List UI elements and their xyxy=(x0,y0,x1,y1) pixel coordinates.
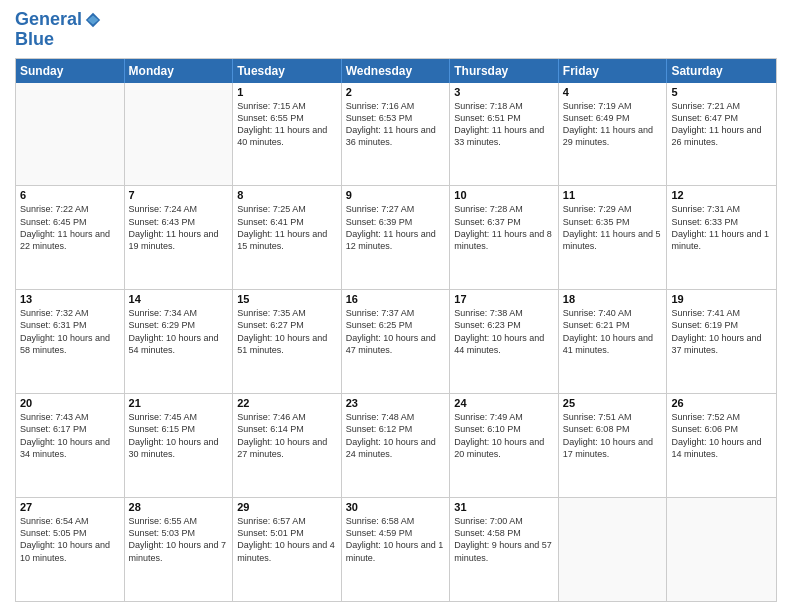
day-number: 23 xyxy=(346,397,446,409)
day-number: 14 xyxy=(129,293,229,305)
cell-info: Sunrise: 7:37 AMSunset: 6:25 PMDaylight:… xyxy=(346,307,446,356)
day-cell-7: 7Sunrise: 7:24 AMSunset: 6:43 PMDaylight… xyxy=(125,186,234,289)
day-number: 1 xyxy=(237,86,337,98)
day-number: 17 xyxy=(454,293,554,305)
day-number: 3 xyxy=(454,86,554,98)
day-cell-8: 8Sunrise: 7:25 AMSunset: 6:41 PMDaylight… xyxy=(233,186,342,289)
day-number: 26 xyxy=(671,397,772,409)
day-number: 19 xyxy=(671,293,772,305)
day-number: 6 xyxy=(20,189,120,201)
day-number: 15 xyxy=(237,293,337,305)
week-row-0: 1Sunrise: 7:15 AMSunset: 6:55 PMDaylight… xyxy=(16,83,776,186)
day-header-tuesday: Tuesday xyxy=(233,59,342,83)
cell-info: Sunrise: 7:35 AMSunset: 6:27 PMDaylight:… xyxy=(237,307,337,356)
calendar: SundayMondayTuesdayWednesdayThursdayFrid… xyxy=(15,58,777,602)
day-number: 9 xyxy=(346,189,446,201)
week-row-2: 13Sunrise: 7:32 AMSunset: 6:31 PMDayligh… xyxy=(16,289,776,393)
day-cell-19: 19Sunrise: 7:41 AMSunset: 6:19 PMDayligh… xyxy=(667,290,776,393)
cell-info: Sunrise: 7:21 AMSunset: 6:47 PMDaylight:… xyxy=(671,100,772,149)
cell-info: Sunrise: 7:00 AMSunset: 4:58 PMDaylight:… xyxy=(454,515,554,564)
day-number: 12 xyxy=(671,189,772,201)
week-row-3: 20Sunrise: 7:43 AMSunset: 6:17 PMDayligh… xyxy=(16,393,776,497)
logo-text: General xyxy=(15,10,82,30)
cell-info: Sunrise: 7:48 AMSunset: 6:12 PMDaylight:… xyxy=(346,411,446,460)
day-number: 4 xyxy=(563,86,663,98)
cell-info: Sunrise: 7:24 AMSunset: 6:43 PMDaylight:… xyxy=(129,203,229,252)
cell-info: Sunrise: 7:16 AMSunset: 6:53 PMDaylight:… xyxy=(346,100,446,149)
day-cell-11: 11Sunrise: 7:29 AMSunset: 6:35 PMDayligh… xyxy=(559,186,668,289)
day-cell-5: 5Sunrise: 7:21 AMSunset: 6:47 PMDaylight… xyxy=(667,83,776,186)
cell-info: Sunrise: 7:15 AMSunset: 6:55 PMDaylight:… xyxy=(237,100,337,149)
day-header-friday: Friday xyxy=(559,59,668,83)
day-cell-30: 30Sunrise: 6:58 AMSunset: 4:59 PMDayligh… xyxy=(342,498,451,601)
cell-info: Sunrise: 7:49 AMSunset: 6:10 PMDaylight:… xyxy=(454,411,554,460)
page: General Blue SundayMondayTuesdayWednesda… xyxy=(0,0,792,612)
cell-info: Sunrise: 7:51 AMSunset: 6:08 PMDaylight:… xyxy=(563,411,663,460)
day-cell-26: 26Sunrise: 7:52 AMSunset: 6:06 PMDayligh… xyxy=(667,394,776,497)
day-cell-20: 20Sunrise: 7:43 AMSunset: 6:17 PMDayligh… xyxy=(16,394,125,497)
header: General Blue xyxy=(15,10,777,50)
cell-info: Sunrise: 7:43 AMSunset: 6:17 PMDaylight:… xyxy=(20,411,120,460)
week-row-4: 27Sunrise: 6:54 AMSunset: 5:05 PMDayligh… xyxy=(16,497,776,601)
day-number: 28 xyxy=(129,501,229,513)
cell-info: Sunrise: 7:28 AMSunset: 6:37 PMDaylight:… xyxy=(454,203,554,252)
day-cell-14: 14Sunrise: 7:34 AMSunset: 6:29 PMDayligh… xyxy=(125,290,234,393)
calendar-body: 1Sunrise: 7:15 AMSunset: 6:55 PMDaylight… xyxy=(16,83,776,601)
day-number: 21 xyxy=(129,397,229,409)
day-number: 11 xyxy=(563,189,663,201)
day-cell-16: 16Sunrise: 7:37 AMSunset: 6:25 PMDayligh… xyxy=(342,290,451,393)
day-cell-24: 24Sunrise: 7:49 AMSunset: 6:10 PMDayligh… xyxy=(450,394,559,497)
day-cell-10: 10Sunrise: 7:28 AMSunset: 6:37 PMDayligh… xyxy=(450,186,559,289)
day-header-saturday: Saturday xyxy=(667,59,776,83)
day-header-wednesday: Wednesday xyxy=(342,59,451,83)
empty-cell xyxy=(16,83,125,186)
empty-cell xyxy=(559,498,668,601)
day-number: 2 xyxy=(346,86,446,98)
day-number: 20 xyxy=(20,397,120,409)
cell-info: Sunrise: 7:38 AMSunset: 6:23 PMDaylight:… xyxy=(454,307,554,356)
logo-icon xyxy=(84,11,102,29)
day-cell-18: 18Sunrise: 7:40 AMSunset: 6:21 PMDayligh… xyxy=(559,290,668,393)
day-number: 18 xyxy=(563,293,663,305)
cell-info: Sunrise: 7:41 AMSunset: 6:19 PMDaylight:… xyxy=(671,307,772,356)
day-cell-4: 4Sunrise: 7:19 AMSunset: 6:49 PMDaylight… xyxy=(559,83,668,186)
cell-info: Sunrise: 7:40 AMSunset: 6:21 PMDaylight:… xyxy=(563,307,663,356)
day-header-sunday: Sunday xyxy=(16,59,125,83)
day-cell-1: 1Sunrise: 7:15 AMSunset: 6:55 PMDaylight… xyxy=(233,83,342,186)
cell-info: Sunrise: 7:22 AMSunset: 6:45 PMDaylight:… xyxy=(20,203,120,252)
calendar-header: SundayMondayTuesdayWednesdayThursdayFrid… xyxy=(16,59,776,83)
day-cell-27: 27Sunrise: 6:54 AMSunset: 5:05 PMDayligh… xyxy=(16,498,125,601)
logo: General Blue xyxy=(15,10,102,50)
day-header-thursday: Thursday xyxy=(450,59,559,83)
cell-info: Sunrise: 6:58 AMSunset: 4:59 PMDaylight:… xyxy=(346,515,446,564)
day-number: 16 xyxy=(346,293,446,305)
day-number: 25 xyxy=(563,397,663,409)
cell-info: Sunrise: 7:25 AMSunset: 6:41 PMDaylight:… xyxy=(237,203,337,252)
day-cell-12: 12Sunrise: 7:31 AMSunset: 6:33 PMDayligh… xyxy=(667,186,776,289)
day-cell-21: 21Sunrise: 7:45 AMSunset: 6:15 PMDayligh… xyxy=(125,394,234,497)
day-number: 29 xyxy=(237,501,337,513)
cell-info: Sunrise: 6:55 AMSunset: 5:03 PMDaylight:… xyxy=(129,515,229,564)
day-cell-9: 9Sunrise: 7:27 AMSunset: 6:39 PMDaylight… xyxy=(342,186,451,289)
cell-info: Sunrise: 7:32 AMSunset: 6:31 PMDaylight:… xyxy=(20,307,120,356)
cell-info: Sunrise: 7:52 AMSunset: 6:06 PMDaylight:… xyxy=(671,411,772,460)
day-number: 7 xyxy=(129,189,229,201)
day-number: 30 xyxy=(346,501,446,513)
day-cell-13: 13Sunrise: 7:32 AMSunset: 6:31 PMDayligh… xyxy=(16,290,125,393)
day-cell-25: 25Sunrise: 7:51 AMSunset: 6:08 PMDayligh… xyxy=(559,394,668,497)
empty-cell xyxy=(125,83,234,186)
cell-info: Sunrise: 7:34 AMSunset: 6:29 PMDaylight:… xyxy=(129,307,229,356)
cell-info: Sunrise: 7:29 AMSunset: 6:35 PMDaylight:… xyxy=(563,203,663,252)
day-number: 24 xyxy=(454,397,554,409)
day-number: 10 xyxy=(454,189,554,201)
day-cell-31: 31Sunrise: 7:00 AMSunset: 4:58 PMDayligh… xyxy=(450,498,559,601)
day-number: 13 xyxy=(20,293,120,305)
day-number: 27 xyxy=(20,501,120,513)
day-cell-28: 28Sunrise: 6:55 AMSunset: 5:03 PMDayligh… xyxy=(125,498,234,601)
day-cell-6: 6Sunrise: 7:22 AMSunset: 6:45 PMDaylight… xyxy=(16,186,125,289)
day-cell-17: 17Sunrise: 7:38 AMSunset: 6:23 PMDayligh… xyxy=(450,290,559,393)
day-number: 8 xyxy=(237,189,337,201)
day-cell-29: 29Sunrise: 6:57 AMSunset: 5:01 PMDayligh… xyxy=(233,498,342,601)
day-number: 31 xyxy=(454,501,554,513)
logo-line2: Blue xyxy=(15,30,102,50)
